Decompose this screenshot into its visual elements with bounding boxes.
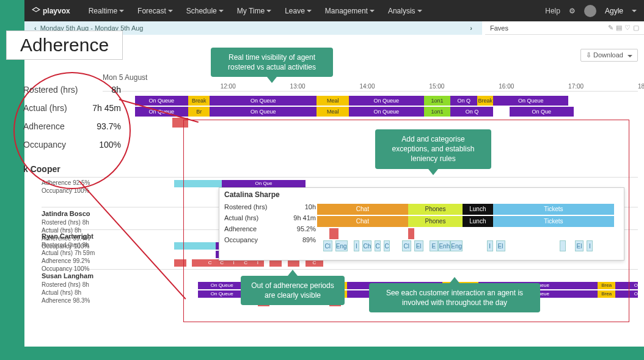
schedule-segment[interactable] (408, 228, 414, 239)
faves-panel: Faves ✎ ▤ ♡ ▢ (485, 21, 644, 35)
schedule-segment[interactable]: On Que (222, 180, 306, 187)
schedule-segment[interactable] (172, 118, 188, 128)
download-button[interactable]: ⇩ Download (580, 49, 638, 62)
interaction-tag[interactable]: Enh (438, 240, 450, 251)
schedule-segment[interactable]: Break (477, 96, 493, 106)
nav-item-analysis[interactable]: Analysis (383, 7, 427, 15)
time-ruler: 12:0013:0014:0015:0016:0017:0018:00 (103, 83, 638, 92)
schedule-segment[interactable]: Break (188, 96, 210, 106)
schedule-segment[interactable]: On Queue (198, 290, 246, 298)
nav-item-schedule[interactable]: Schedule (181, 7, 229, 15)
val-rostered: 8h (111, 82, 121, 98)
interaction-tag[interactable] (560, 240, 566, 251)
callout-realtime: Real time visibility of agent rostered v… (211, 48, 333, 77)
schedule-segment[interactable]: On Queue (210, 107, 317, 117)
interaction-tag[interactable]: I (587, 240, 593, 251)
schedule-segment[interactable]: On Queue (493, 96, 568, 106)
schedule-segment[interactable]: Br (188, 107, 210, 117)
schedule-track: On QueueBrOn QueueMealOn Queue1on1On QOn… (103, 107, 638, 117)
nav-menu: RealtimeForecastScheduleMy TimeLeaveMana… (84, 7, 427, 15)
callout-interactions: See each customer interaction an agent i… (369, 283, 540, 312)
nav-item-forecast[interactable]: Forecast (133, 7, 178, 15)
schedule-segment[interactable]: On Queue (615, 282, 638, 289)
gear-icon[interactable]: ⚙ (569, 7, 576, 15)
heart-icon[interactable]: ♡ (624, 24, 631, 32)
callout-out-of-adherence: Out of adherence periods are clearly vis… (241, 276, 345, 305)
chevron-right-icon[interactable]: › (466, 24, 476, 32)
schedule-segment[interactable]: On Queue (198, 282, 246, 289)
schedule-segment[interactable] (329, 228, 338, 239)
top-navbar: playvox RealtimeForecastScheduleMy TimeL… (24, 0, 644, 21)
interaction-tag[interactable]: E (430, 240, 439, 251)
interaction-tag[interactable]: C (375, 240, 381, 251)
bookmark-icon[interactable]: ▢ (633, 24, 639, 32)
schedule-segment[interactable]: Chat (317, 204, 408, 215)
schedule-segment[interactable] (192, 259, 204, 267)
schedule-segment[interactable]: C (204, 259, 216, 267)
interaction-tag[interactable]: I (487, 240, 493, 251)
schedule-segment[interactable]: On Queue (349, 107, 424, 117)
callout-exceptions: Add and categorise exceptions, and estab… (375, 129, 491, 169)
schedule-segment[interactable]: Meal (317, 107, 349, 117)
schedule-segment[interactable] (174, 180, 222, 187)
schedule-segment[interactable]: Meal (317, 96, 349, 106)
schedule-segment[interactable]: Phones (408, 216, 463, 227)
interaction-tag[interactable]: I (354, 240, 360, 251)
summary-metrics: Rostered (hrs)8h Actual (hrs)7h 45m Adhe… (23, 81, 121, 177)
help-link[interactable]: Help (545, 7, 560, 15)
decorative-frame-bottom (0, 347, 644, 360)
username[interactable]: Agyle (605, 7, 623, 15)
schedule-segment[interactable]: Lunch (463, 216, 493, 227)
nav-item-leave[interactable]: Leave (280, 7, 317, 15)
schedule-segment[interactable]: Phones (408, 204, 463, 215)
interaction-tag[interactable]: Ch (362, 240, 371, 251)
schedule-segment[interactable] (174, 242, 216, 250)
interaction-tag[interactable]: Cl (323, 240, 332, 251)
pencil-icon[interactable]: ✎ (608, 24, 613, 32)
agent-name-heading: k Cooper (23, 161, 121, 177)
interaction-tag[interactable]: Eng (335, 240, 348, 251)
schedule-segment[interactable]: On Q (450, 107, 493, 117)
chevron-down-icon[interactable] (632, 10, 637, 12)
schedule-segment[interactable]: On Queue (349, 96, 424, 106)
schedule-segment[interactable]: 1on1 (424, 96, 451, 106)
schedule-segment[interactable]: On Que (510, 107, 574, 117)
schedule-segment[interactable]: Chat (317, 216, 408, 227)
schedule-segment[interactable]: On Queue (135, 96, 189, 106)
ruler-tick: 18:00 (638, 83, 644, 90)
schedule-track: On Que (103, 180, 638, 187)
interaction-tag[interactable]: C (384, 240, 390, 251)
interaction-tag[interactable]: Cl (402, 240, 411, 251)
chevron-down-icon (307, 10, 312, 12)
chevron-down-icon (219, 10, 224, 12)
list-icon[interactable]: ▤ (616, 24, 622, 32)
chevron-down-icon (417, 10, 422, 12)
faves-label[interactable]: Faves (490, 24, 508, 32)
interaction-tag[interactable]: El (575, 240, 584, 251)
page-title: Adherence (6, 31, 123, 60)
nav-item-my-time[interactable]: My Time (232, 7, 276, 15)
nav-item-realtime[interactable]: Realtime (84, 7, 129, 15)
schedule-segment[interactable]: On Q (450, 96, 477, 106)
lbl-occupancy: Occupancy (23, 137, 66, 153)
schedule-segment[interactable]: On Queue (135, 107, 189, 117)
interaction-tag[interactable]: El (414, 240, 423, 251)
schedule-segment[interactable] (174, 259, 186, 267)
schedule-track: On QueueBreakOn QueueMealOn Queue1on1On … (103, 96, 638, 106)
lbl-rostered: Rostered (hrs) (23, 82, 78, 98)
brand-logo[interactable]: playvox (32, 7, 70, 15)
nav-item-management[interactable]: Management (320, 7, 379, 15)
schedule-segment[interactable]: On Queue (615, 290, 638, 298)
schedule-segment[interactable]: Brea (598, 282, 615, 289)
interaction-tag[interactable]: El (496, 240, 505, 251)
schedule-segment[interactable]: Tickets (493, 216, 614, 227)
schedule-segment[interactable]: 1on1 (424, 107, 451, 117)
schedule-segment[interactable]: Tickets (493, 204, 614, 215)
schedule-segment[interactable]: Brea (598, 290, 615, 298)
agent-catalina-card: Catalina Sharpe Rostered (hrs)10h Actual… (219, 187, 624, 261)
schedule-segment[interactable]: On Queue (210, 96, 317, 106)
avatar[interactable] (584, 5, 596, 17)
lbl-actual: Actual (hrs) (23, 100, 67, 116)
schedule-segment[interactable]: Lunch (463, 204, 493, 215)
interaction-tag[interactable]: Eng (450, 240, 463, 251)
